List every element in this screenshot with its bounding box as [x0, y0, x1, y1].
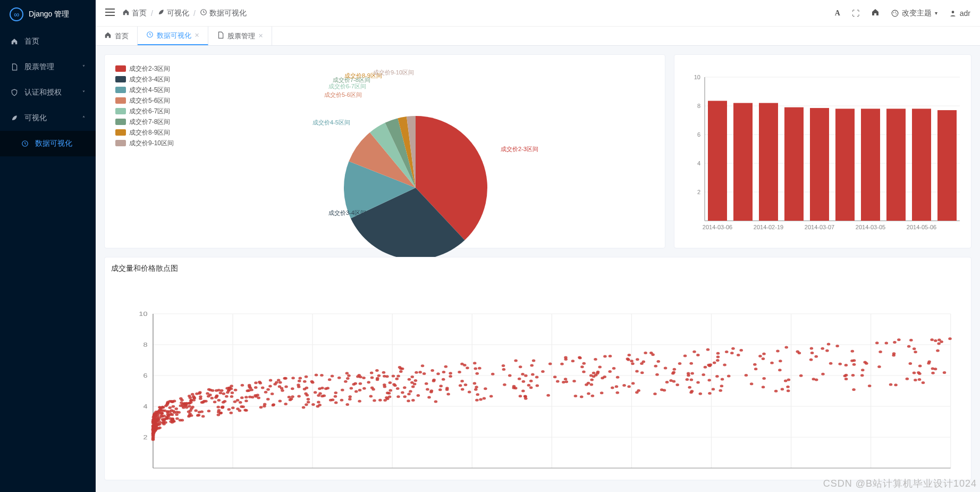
svg-point-330 — [678, 362, 682, 365]
home-icon[interactable] — [871, 8, 880, 18]
menu-toggle-icon[interactable] — [105, 9, 115, 18]
svg-point-494 — [168, 406, 172, 409]
svg-text:2014-05-06: 2014-05-06 — [907, 224, 936, 230]
svg-point-322 — [825, 349, 829, 352]
svg-point-707 — [476, 393, 479, 396]
clock-icon — [146, 31, 154, 40]
breadcrumb-item[interactable]: 可视化 — [157, 9, 189, 18]
svg-point-90 — [438, 388, 442, 391]
svg-point-59 — [878, 351, 882, 353]
sidebar-item-3[interactable]: 可视化˄ — [0, 105, 96, 131]
svg-point-628 — [362, 387, 366, 390]
svg-point-680 — [367, 381, 370, 383]
legend-item[interactable]: 成交价6-7区间 — [115, 106, 174, 116]
legend-item[interactable]: 成交价7-8区间 — [115, 116, 174, 127]
tab-1[interactable]: 数据可视化✕ — [138, 27, 208, 45]
svg-point-642 — [473, 382, 477, 385]
svg-point-453 — [663, 389, 666, 391]
legend-item[interactable]: 成交价9-10区间 — [115, 138, 174, 148]
theme-button[interactable]: 改变主题 ▾ — [891, 9, 937, 18]
tab-0[interactable]: 首页 — [96, 27, 138, 45]
svg-point-531 — [631, 382, 635, 385]
svg-point-347 — [166, 402, 170, 405]
sidebar-item-4[interactable]: 数据可视化 — [0, 131, 96, 156]
svg-point-274 — [227, 408, 231, 411]
sidebar-item-2[interactable]: 认证和授权˅ — [0, 80, 96, 105]
svg-point-243 — [222, 393, 226, 395]
svg-point-684 — [155, 423, 158, 426]
svg-point-376 — [434, 401, 438, 403]
svg-point-618 — [334, 402, 338, 404]
svg-point-551 — [603, 355, 607, 358]
svg-point-661 — [166, 411, 170, 414]
svg-point-495 — [259, 406, 263, 408]
svg-point-691 — [382, 371, 386, 374]
user-button[interactable]: adr — [949, 9, 970, 18]
svg-point-70 — [483, 397, 486, 399]
svg-point-504 — [159, 414, 163, 417]
svg-point-648 — [234, 389, 238, 391]
legend-label: 成交价5-6区间 — [129, 96, 170, 105]
svg-text:2: 2 — [143, 434, 147, 441]
svg-point-282 — [727, 374, 731, 377]
svg-point-644 — [786, 386, 790, 388]
legend-item[interactable]: 成交价4-5区间 — [115, 85, 174, 95]
svg-point-745 — [596, 372, 599, 374]
svg-point-572 — [411, 399, 415, 402]
svg-text:10: 10 — [694, 74, 700, 80]
close-icon[interactable]: ✕ — [195, 32, 199, 39]
svg-point-690 — [709, 363, 713, 366]
svg-point-297 — [269, 379, 273, 382]
svg-point-747 — [162, 421, 166, 423]
svg-point-140 — [636, 358, 639, 361]
legend-label: 成交价7-8区间 — [129, 118, 170, 127]
svg-point-451 — [692, 351, 696, 353]
svg-point-698 — [244, 399, 248, 402]
svg-point-209 — [522, 380, 526, 383]
sidebar-item-label: 股票管理 — [24, 62, 54, 72]
svg-point-720 — [304, 392, 308, 395]
svg-point-352 — [386, 391, 390, 394]
chevron-down-icon: ˅ — [82, 90, 85, 96]
bar-chart: 2468102014-03-062014-02-192014-03-072014… — [681, 61, 966, 242]
svg-point-295 — [291, 387, 294, 390]
svg-point-4 — [895, 11, 896, 12]
svg-point-560 — [580, 365, 584, 368]
svg-point-490 — [640, 371, 644, 374]
svg-point-746 — [200, 401, 204, 404]
svg-point-567 — [712, 388, 715, 390]
font-icon[interactable]: A — [835, 9, 840, 18]
legend-item[interactable]: 成交价5-6区间 — [115, 95, 174, 106]
svg-point-133 — [723, 364, 726, 366]
svg-point-188 — [821, 347, 824, 350]
svg-point-637 — [241, 405, 245, 408]
svg-point-594 — [600, 391, 604, 394]
fullscreen-icon[interactable]: ⛶ — [852, 9, 859, 18]
svg-point-731 — [392, 375, 395, 378]
svg-point-739 — [151, 428, 155, 430]
svg-point-296 — [358, 400, 361, 403]
watermark: CSDN @B站计算机毕业设计1024 — [823, 477, 977, 490]
svg-point-460 — [445, 388, 449, 391]
svg-text:2014-03-07: 2014-03-07 — [805, 224, 834, 230]
svg-point-327 — [328, 378, 332, 381]
svg-point-236 — [787, 389, 790, 392]
svg-point-219 — [475, 372, 479, 375]
svg-point-524 — [219, 412, 223, 414]
sidebar-item-0[interactable]: 首页 — [0, 29, 96, 54]
tab-2[interactable]: 股票管理✕ — [208, 27, 272, 45]
legend-item[interactable]: 成交价3-4区间 — [115, 74, 174, 85]
svg-point-721 — [320, 374, 324, 377]
breadcrumb-item[interactable]: 首页 — [122, 9, 147, 18]
sidebar-item-1[interactable]: 股票管理˅ — [0, 54, 96, 80]
svg-rect-21 — [733, 103, 753, 221]
legend-item[interactable]: 成交价2-3区间 — [115, 63, 174, 74]
breadcrumb-item[interactable]: 数据可视化 — [200, 9, 247, 18]
svg-point-608 — [812, 378, 815, 380]
svg-point-69 — [213, 401, 217, 403]
pie-slice-label: 成交价3-4区间 — [328, 209, 366, 217]
legend-item[interactable]: 成交价8-9区间 — [115, 127, 174, 138]
tab-label: 数据可视化 — [157, 31, 191, 40]
close-icon[interactable]: ✕ — [258, 32, 263, 39]
svg-point-306 — [906, 378, 909, 380]
